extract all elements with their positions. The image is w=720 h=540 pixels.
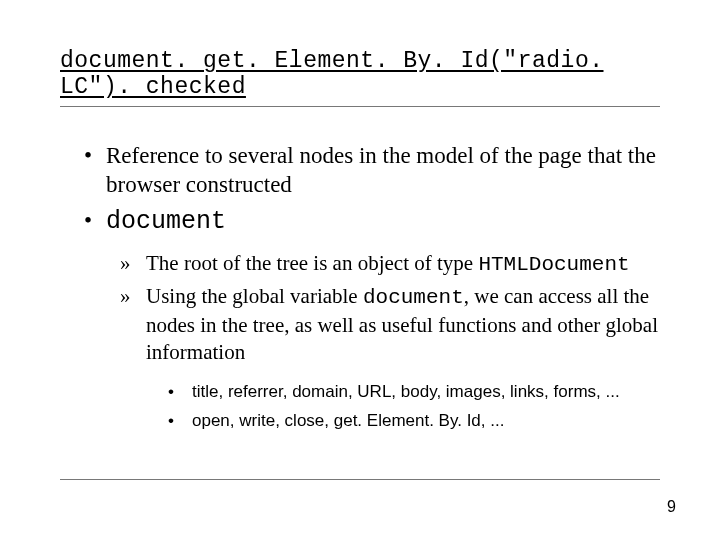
slide: document. get. Element. By. Id("radio. L… [0,0,720,540]
bullet-mark: • [168,381,192,404]
text-run-code: document [363,286,464,309]
bullet-level3: • title, referrer, domain, URL, body, im… [168,381,660,404]
bullet-mark: • [84,206,106,238]
bullet-level3: • open, write, close, get. Element. By. … [168,410,660,433]
bullet-text: Reference to several nodes in the model … [106,141,660,200]
title-underline-rule [60,106,660,107]
bullet-text: open, write, close, get. Element. By. Id… [192,410,660,433]
bullet-level2: » The root of the tree is an object of t… [120,250,660,279]
footer-rule [60,479,660,480]
text-run: The root of the tree is an object of typ… [146,251,478,275]
bullet-mark: » [120,250,146,279]
text-run: Using the global variable [146,284,363,308]
slide-title: document. get. Element. By. Id("radio. L… [60,48,660,100]
bullet-mark: • [84,141,106,200]
bullet-level2: » Using the global variable document, we… [120,283,660,366]
bullet-text: Using the global variable document, we c… [146,283,660,366]
bullet-text: title, referrer, domain, URL, body, imag… [192,381,660,404]
bullet-mark: » [120,283,146,366]
bullet-mark: • [168,410,192,433]
bullet-level1: • document [84,206,660,238]
bullet-level1: • Reference to several nodes in the mode… [84,141,660,200]
text-run-code: HTMLDocument [478,253,629,276]
bullet-text-code: document [106,206,660,238]
bullet-text: The root of the tree is an object of typ… [146,250,660,279]
page-number: 9 [667,498,676,516]
